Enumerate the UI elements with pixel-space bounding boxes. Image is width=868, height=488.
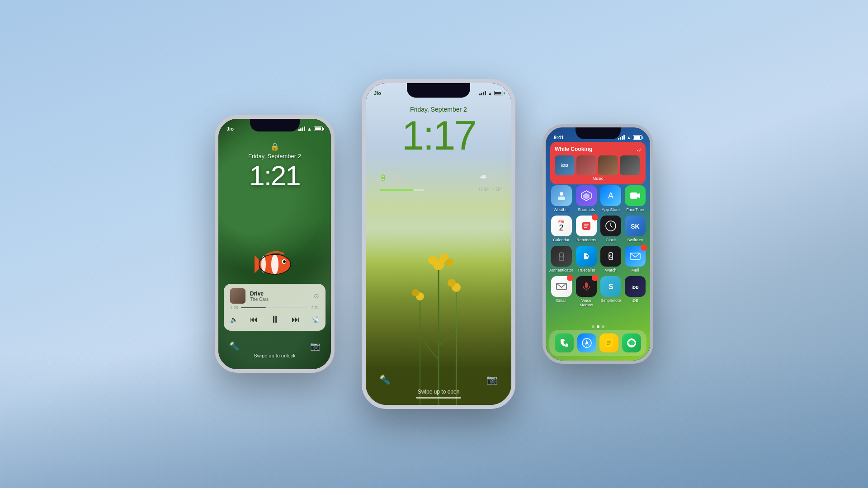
center-signal [479,91,486,95]
app-simplenote[interactable]: S Simplenote [599,276,622,307]
flashlight-icon[interactable]: 🔦 [229,341,239,351]
camera-icon[interactable]: 📷 [310,341,320,351]
center-screen: Jio ▲ Friday, Septemb [366,83,511,405]
svg-rect-42 [585,282,588,288]
right-status-icons: ▲ [618,135,642,140]
vol-down-button [215,204,216,222]
swiftkey-label: SwiftKey [627,238,643,242]
svg-point-36 [586,255,588,257]
left-date: Friday, September 2 [248,153,301,160]
music-controls: 🔈 ⏮ ⏸ ⏭ 📡 [230,314,319,325]
reminders-badge [592,214,598,221]
music-player[interactable]: Drive The Cars ⊙ 1:23 -2:31 🔈 [224,284,326,331]
music-menu-icon[interactable]: ⊙ [314,292,319,300]
bar1 [618,138,619,140]
facetime-label: FaceTime [626,207,644,212]
volume-icon[interactable]: 🔈 [230,316,238,323]
app-clock[interactable]: Clock [599,216,622,242]
truecaller-icon [576,246,597,267]
dot2 [597,325,599,328]
music-thumbnail [230,288,245,304]
app-idb[interactable]: iDB iDB [624,276,646,307]
music-progress-bar[interactable] [241,307,307,308]
appstore-icon: A [600,185,621,206]
battery-fill [379,189,414,191]
next-button[interactable]: ⏭ [292,315,300,324]
pause-button[interactable]: ⏸ [270,314,280,325]
app-shortcuts[interactable]: Shortcuts [575,185,598,212]
lock-icon: 🔒 [270,142,279,151]
right-wifi-icon: ▲ [627,135,631,140]
bar1 [298,129,300,131]
svg-text:A: A [608,191,613,200]
app-email[interactable]: Email [549,276,573,307]
music-widget-top: While Cooking ♫ [555,145,641,153]
calendar-icon: FRI 2 [551,216,572,236]
dot3 [602,325,604,328]
signal-icon [298,127,305,131]
svg-rect-21 [558,197,565,200]
weather-label: Weather [554,207,569,212]
svg-marker-26 [637,193,640,198]
notch-center [407,83,470,98]
album1: iDB [555,155,575,175]
dock-whatsapp[interactable] [622,333,641,352]
dock-notes[interactable] [599,333,618,352]
app-grid: Weather Shortcuts A App Store [549,185,646,307]
reminders-label: Reminders [576,238,596,242]
app-watch[interactable]: Watch [599,246,622,272]
app-voicememos[interactable]: Voice Memos [575,276,598,307]
prev-button[interactable]: ⏮ [250,315,258,324]
app-facetime[interactable]: FaceTime [624,185,646,212]
album2 [576,155,596,175]
center-flashlight-icon[interactable]: 🔦 [379,374,391,385]
center-wallpaper: Jio ▲ Friday, Septemb [366,83,511,405]
power-button [334,173,335,196]
svg-point-1 [271,254,278,274]
center-time: 1:17 [401,113,475,159]
center-camera-icon[interactable]: 📷 [486,374,498,385]
app-appstore[interactable]: A App Store [599,185,622,212]
center-status-icons: ▲ [479,91,503,96]
left-carrier: Jio [226,126,234,131]
email-icon [551,276,572,297]
dock [549,330,646,356]
right-screen: 9:41 ▲ While Coo [546,127,650,361]
swipe-up-text: Swipe up to unlock [254,353,295,358]
center-bottom-icons: 🔦 📷 [366,374,511,385]
app-reminders[interactable]: Reminders [575,216,598,242]
svg-text:iDB: iDB [632,285,639,290]
music-top: Drive The Cars ⊙ [230,288,319,304]
music-widget[interactable]: While Cooking ♫ iDB Music [550,142,646,184]
app-truecaller[interactable]: Truecaller [575,246,598,272]
page-dots [546,325,650,328]
dot1 [592,325,594,328]
svg-line-8 [420,337,439,360]
dock-phone[interactable] [555,333,574,352]
authenticator-label: Authenticator [549,268,573,272]
clownfish-image [252,247,297,279]
app-weather[interactable]: Weather [549,185,573,212]
svg-text:SK: SK [631,223,639,230]
bar2 [300,128,302,131]
battery-label: Ankur's iPhone [379,182,425,187]
voicememos-icon [576,276,597,297]
battery-icon [314,127,323,131]
app-swiftkey[interactable]: SK SwiftKey [624,216,646,242]
album1-label: iDB [561,163,568,168]
dock-safari[interactable] [577,333,596,352]
app-mail[interactable]: Mail [624,246,646,272]
music-time-current: 1:23 [230,305,238,310]
left-time: 1:21 [249,160,300,192]
bar1 [479,94,481,95]
svg-point-20 [560,192,563,196]
weather-icon [551,185,572,206]
bar3 [302,127,303,131]
phone-right: 9:41 ▲ While Coo [542,124,653,364]
right-wallpaper: 9:41 ▲ While Coo [546,127,650,361]
phone-center: Jio ▲ Friday, Septemb [362,79,515,409]
music-info: Drive The Cars [250,291,309,302]
app-calendar[interactable]: FRI 2 Calendar [549,216,573,242]
airplay-icon[interactable]: 📡 [311,316,319,323]
app-authenticator[interactable]: Authenticator [549,246,573,272]
